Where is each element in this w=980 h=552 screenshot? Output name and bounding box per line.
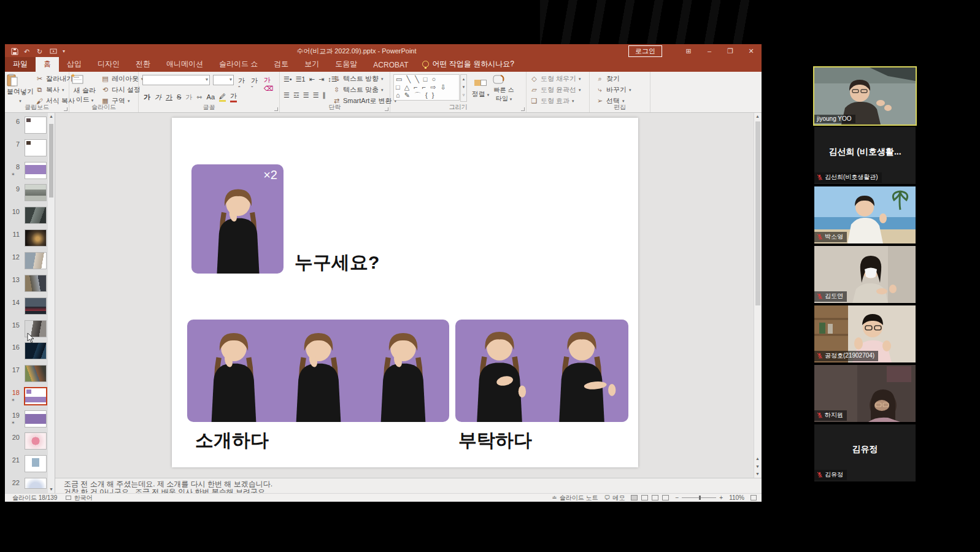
participant-tile-kim-doyeon[interactable]: 김도연 bbox=[814, 246, 916, 303]
replace-button[interactable]: ⤷바꾸기▾ bbox=[596, 85, 631, 94]
participant-tile-park-soyoung[interactable]: 박소영 bbox=[814, 186, 916, 243]
find-button[interactable]: ⌕찾기 bbox=[596, 74, 631, 83]
tab-insert[interactable]: 삽입 bbox=[59, 57, 90, 72]
tab-help[interactable]: 도움말 bbox=[327, 57, 365, 72]
slide-thumb-16[interactable]: 16 bbox=[5, 341, 48, 364]
qat-more-icon[interactable]: ▾ bbox=[63, 48, 70, 55]
font-name-combo[interactable] bbox=[142, 75, 210, 85]
font-size-combo[interactable] bbox=[213, 75, 234, 85]
columns-button[interactable]: ∥ bbox=[323, 91, 326, 99]
zoom-out-icon[interactable]: − bbox=[675, 494, 679, 501]
shape-effects-button[interactable]: ❑도형 효과▾ bbox=[530, 96, 581, 105]
decrease-indent-button[interactable]: ⇤ bbox=[309, 75, 315, 83]
participant-tile-gong-jeongho[interactable]: 공정호(21902704) bbox=[814, 305, 916, 362]
sign-image-introduce[interactable] bbox=[187, 320, 449, 422]
participant-tile-kim-yujeong[interactable]: 김유정 김유정 bbox=[814, 424, 916, 481]
scroll-up-icon[interactable]: ▲ bbox=[48, 113, 55, 120]
fit-to-window-icon[interactable] bbox=[750, 495, 757, 500]
highlight-color-button[interactable]: 🖉 bbox=[219, 93, 226, 102]
shape-fill-button[interactable]: ◇도형 채우기▾ bbox=[530, 74, 581, 83]
caption-introduce[interactable]: 소개하다 bbox=[195, 428, 269, 453]
align-text-button[interactable]: ⇳텍스트 맞춤▾ bbox=[333, 85, 396, 94]
caption-request[interactable]: 부탁하다 bbox=[458, 428, 532, 453]
increase-indent-button[interactable]: ⇥ bbox=[318, 75, 324, 83]
slide-scrollbar[interactable]: ▲ ▲ ▼ ▼ bbox=[754, 113, 761, 478]
bold-button[interactable]: 가 bbox=[144, 93, 150, 102]
language-indicator[interactable]: 한국어 bbox=[66, 494, 92, 502]
new-slide-button[interactable]: 새 슬라이드 ▾ bbox=[71, 74, 99, 104]
slide-18[interactable]: ×2 누구세요? 소개하다 부탁하다 bbox=[172, 118, 638, 467]
tab-review[interactable]: 검토 bbox=[266, 57, 296, 72]
notes-toggle-button[interactable]: ≐슬라이드 노트 bbox=[552, 494, 598, 502]
paste-button[interactable]: 붙여넣기 ▾ bbox=[6, 74, 34, 104]
underline-button[interactable]: 가 bbox=[166, 93, 172, 102]
participant-tile-kim-sunhee[interactable]: 김선희 (비호생활... 김선희(비호생활관) bbox=[814, 127, 916, 184]
shapes-gallery[interactable]: ▭ ╲ ╲ □ ○ □ △ ⌐ ⌐ ⇨ ⇩ ⌂ ✎ ⌒ { } bbox=[393, 74, 460, 101]
tab-transitions[interactable]: 전환 bbox=[128, 57, 158, 72]
tab-design[interactable]: 디자인 bbox=[90, 57, 128, 72]
minimize-icon[interactable]: – bbox=[699, 44, 720, 58]
tab-view[interactable]: 보기 bbox=[296, 57, 327, 72]
slide-thumb-10[interactable]: 10 bbox=[5, 205, 48, 228]
change-case-button[interactable]: Aa bbox=[207, 93, 215, 101]
participant-tile-ha-jiwon[interactable]: 하지원 bbox=[814, 365, 916, 422]
zoom-level[interactable]: 110% bbox=[729, 494, 744, 501]
zoom-track[interactable] bbox=[682, 497, 716, 498]
save-icon[interactable] bbox=[11, 48, 18, 55]
zoom-in-icon[interactable]: + bbox=[719, 494, 723, 501]
reset-button[interactable]: ⟲다시 설정 bbox=[101, 85, 144, 94]
slide-thumb-7[interactable]: 7 bbox=[5, 138, 48, 161]
slide-thumb-8[interactable]: 8✶ bbox=[5, 161, 48, 183]
tab-home[interactable]: 홈 bbox=[36, 57, 59, 72]
ribbon-display-options-icon[interactable]: ⊞ bbox=[678, 44, 699, 58]
slide-thumb-17[interactable]: 17 bbox=[5, 364, 48, 386]
slide-thumb-19[interactable]: 19✶ bbox=[5, 409, 48, 432]
scrollbar-thumb[interactable] bbox=[49, 124, 53, 197]
slide-thumb-6[interactable]: 6 bbox=[5, 115, 48, 138]
tab-file[interactable]: 파일 bbox=[5, 57, 36, 72]
tab-acrobat[interactable]: ACROBAT bbox=[365, 59, 416, 72]
align-right-button[interactable]: ☰ bbox=[303, 91, 309, 99]
maximize-icon[interactable]: ❐ bbox=[720, 44, 741, 58]
font-color-button[interactable]: 가 bbox=[230, 91, 237, 102]
slide-sorter-view-button[interactable] bbox=[641, 495, 648, 500]
italic-button[interactable]: 가 bbox=[155, 93, 161, 102]
scroll-down-icon[interactable]: ▼ bbox=[754, 470, 761, 478]
font-dialog-launcher[interactable] bbox=[274, 107, 278, 111]
paragraph-dialog-launcher[interactable] bbox=[385, 107, 388, 111]
slide-thumb-11[interactable]: 11 bbox=[5, 228, 48, 251]
sign-image-single[interactable]: ×2 bbox=[191, 164, 284, 274]
slide-thumb-21[interactable]: 21 bbox=[5, 454, 48, 477]
next-slide-icon[interactable]: ▼ bbox=[754, 463, 761, 470]
slideshow-view-button[interactable] bbox=[662, 495, 669, 500]
sign-image-request[interactable] bbox=[455, 320, 628, 422]
zoom-slider[interactable]: − + bbox=[675, 494, 723, 501]
quick-styles-button[interactable]: 빠른 스타일 ▾ bbox=[492, 74, 515, 103]
thumbnail-scrollbar[interactable]: ▲ ▼ bbox=[48, 113, 55, 493]
undo-icon[interactable]: ↶ bbox=[24, 48, 31, 55]
slide-thumb-14[interactable]: 14 bbox=[5, 296, 48, 319]
tell-me-box[interactable]: 어떤 작업을 원하시나요? bbox=[416, 57, 520, 72]
arrange-button[interactable]: 정렬 ▾ bbox=[470, 74, 491, 99]
zoom-thumb[interactable] bbox=[699, 496, 701, 500]
start-slideshow-icon[interactable] bbox=[50, 48, 57, 55]
grow-font-button[interactable]: 가ˆ bbox=[238, 76, 247, 93]
slide-thumb-18-selected[interactable]: 18✶ bbox=[5, 386, 48, 409]
reading-view-button[interactable] bbox=[652, 495, 658, 500]
shapes-gallery-scrollbar[interactable]: ▴▾▿ bbox=[460, 74, 467, 102]
slide-question-text[interactable]: 누구세요? bbox=[295, 250, 379, 275]
layout-button[interactable]: ▤레이아웃▾ bbox=[101, 74, 144, 83]
justify-button[interactable]: ☰ bbox=[313, 91, 319, 99]
normal-view-button[interactable] bbox=[631, 495, 638, 500]
slide-thumb-15[interactable]: 15 bbox=[5, 319, 48, 342]
close-icon[interactable]: ✕ bbox=[741, 44, 762, 58]
tab-animations[interactable]: 애니메이션 bbox=[158, 57, 211, 72]
numbering-button[interactable]: ☰1 bbox=[296, 75, 306, 83]
redo-icon[interactable]: ↻ bbox=[37, 48, 44, 55]
clear-formatting-button[interactable]: 가⌫ bbox=[264, 75, 279, 93]
slide-thumb-13[interactable]: 13 bbox=[5, 274, 48, 296]
tab-slideshow[interactable]: 슬라이드 쇼 bbox=[211, 57, 266, 72]
shrink-font-button[interactable]: 가ˇ bbox=[251, 76, 260, 93]
drawing-dialog-launcher[interactable] bbox=[521, 107, 525, 111]
scroll-down-icon[interactable]: ▼ bbox=[48, 486, 55, 493]
